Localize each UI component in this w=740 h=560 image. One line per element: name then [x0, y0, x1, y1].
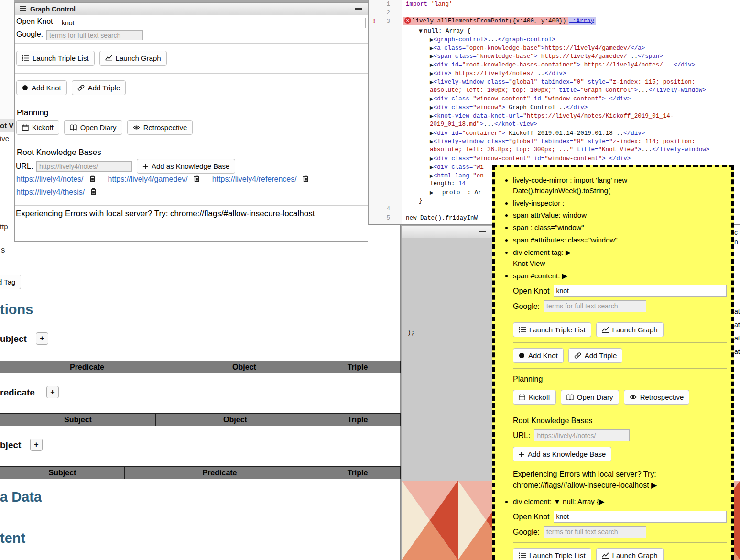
inspector-node[interactable]: ▶<graph-control>...</graph-control> — [406, 35, 709, 44]
knowledge-base-link[interactable]: https://lively4/references/ — [212, 175, 297, 184]
line-number: 1 — [369, 1, 390, 8]
predicate-relations-table: Subject Object Triple — [0, 413, 401, 426]
inspector-node[interactable]: ▶<div id="root-knowledge-bases-container… — [406, 61, 709, 69]
minimize-icon[interactable] — [355, 8, 362, 10]
open-knot-input[interactable] — [554, 285, 727, 297]
inspector-node[interactable]: ▶<div id="container"> Kickoff 2019.01.14… — [406, 129, 709, 138]
line-number: 3 — [369, 18, 390, 25]
button-label: Kickoff — [32, 123, 54, 132]
trash-icon — [90, 188, 97, 197]
book-icon — [566, 394, 574, 400]
inspector-node[interactable]: absolute; left: 36.8px; top: 300px; ..."… — [406, 146, 709, 154]
add-knot-button[interactable]: Add Knot — [16, 80, 67, 95]
open-diary-button[interactable]: Open Diary — [561, 390, 619, 405]
inspector-node[interactable]: ▶<lively-window class="global" tabindex=… — [406, 78, 709, 87]
launch-triple-list-button[interactable]: Launch Triple List — [513, 322, 591, 337]
launch-graph-button[interactable]: Launch Graph — [596, 548, 664, 560]
inspector-node[interactable]: ▼ null: Array { — [406, 27, 709, 35]
minimize-icon[interactable] — [479, 231, 486, 232]
delete-knowledge-base-button[interactable] — [194, 175, 200, 184]
google-label: Google: — [513, 527, 540, 538]
google-search-input[interactable] — [544, 526, 646, 538]
add-knot-button[interactable]: Add Knot — [513, 348, 564, 363]
google-search-input[interactable] — [46, 30, 143, 40]
local-server-hint: Experiencing Errors with local server? T… — [513, 469, 727, 491]
knot-view-title-fragment: ot V — [0, 121, 13, 130]
eye-icon — [133, 125, 140, 130]
button-label: Add Knot — [32, 84, 61, 92]
delete-knowledge-base-button[interactable] — [303, 175, 309, 184]
eye-icon — [630, 395, 637, 400]
open-knot-input[interactable] — [59, 18, 366, 28]
add-knowledge-base-button[interactable]: Add as Knowledge Base — [137, 159, 235, 174]
launch-triple-list-button[interactable]: Launch Triple List — [513, 548, 591, 560]
object-relations-table: Subject Predicate Triple — [0, 466, 401, 479]
open-knot-label: Open Knot — [513, 511, 550, 522]
add-triple-button[interactable]: Add Triple — [72, 80, 126, 95]
add-object-button[interactable]: + — [30, 439, 43, 451]
background-window-left — [0, 0, 14, 119]
list-icon — [519, 552, 526, 559]
launch-triple-list-button[interactable]: Launch Triple List — [16, 51, 95, 66]
embedded-graph-control-2: Open Knot Google: Launch Triple List — [513, 511, 727, 560]
inline-result-annotation[interactable]: :Array — [568, 17, 596, 25]
button-label: Add Knot — [528, 351, 558, 360]
overlay-item: span attrValue: window — [513, 210, 727, 220]
knot-view-reference: Knot View — [513, 258, 727, 269]
graph-control-titlebar[interactable]: Graph Control — [15, 3, 368, 15]
retrospective-button[interactable]: Retrospective — [127, 120, 193, 135]
inspector-node[interactable]: ▶<div class="window-content" id="window-… — [406, 95, 709, 103]
trash-icon — [194, 175, 200, 184]
open-knot-input[interactable] — [554, 511, 727, 523]
knot-view-titlebar[interactable]: ot V — [0, 119, 14, 132]
launch-graph-button[interactable]: Launch Graph — [99, 51, 167, 66]
code-line-1[interactable]: import 'lang' — [406, 1, 453, 8]
overlay-item: span #content: ▶ Open Knot Google: — [513, 271, 727, 491]
button-label: Launch Triple List — [529, 551, 586, 560]
delete-knowledge-base-button[interactable] — [90, 188, 97, 197]
inspector-node[interactable]: ▶<span class="knowledge-base"> https://l… — [406, 52, 709, 61]
column-header: Object — [156, 414, 315, 426]
code-line-3[interactable]: ×lively.allElementsFromPoint({x:400, y:4… — [403, 17, 596, 24]
knowledge-base-link[interactable]: https://lively4/notes/ — [16, 175, 84, 184]
knowledge-base-url-input[interactable] — [36, 161, 132, 172]
retrospective-button[interactable]: Retrospective — [624, 390, 690, 405]
expand-arrow-icon[interactable]: ▶ — [651, 481, 657, 489]
chart-icon — [602, 327, 609, 333]
inspector-node[interactable]: ▶<div> https://lively4/notes/ ..</div> — [406, 69, 709, 78]
open-diary-button[interactable]: Open Diary — [64, 120, 122, 135]
code-line-5[interactable]: new Date().fridayInW — [406, 215, 478, 221]
kickoff-button[interactable]: Kickoff — [513, 390, 556, 405]
book-icon — [70, 124, 77, 131]
add-subject-button[interactable]: + — [36, 332, 48, 345]
inspector-node[interactable]: ▶<div class="window"> Graph Control ..</… — [406, 103, 709, 112]
inspector-node[interactable]: ▶<knot-view data-knot-url="https://livel… — [406, 112, 709, 121]
add-knowledge-base-button[interactable]: Add as Knowledge Base — [513, 447, 611, 461]
button-label: Launch Graph — [116, 54, 161, 62]
kickoff-button[interactable]: Kickoff — [16, 120, 59, 135]
launch-graph-button[interactable]: Launch Graph — [596, 322, 664, 337]
trash-icon — [89, 175, 96, 184]
button-label: Add as Knowledge Base — [528, 450, 606, 458]
knowledge-base-link[interactable]: https://lively4/gamedev/ — [108, 175, 188, 184]
inspector-node[interactable]: 2019_01_18.md">...</knot-view> — [406, 121, 709, 129]
knowledge-base-item: https://lively4/gamedev/ — [108, 175, 200, 184]
add-predicate-button[interactable]: + — [46, 386, 59, 398]
divider — [15, 143, 368, 143]
list-icon — [519, 327, 526, 333]
add-triple-button[interactable]: Add Triple — [568, 348, 623, 363]
inspector-node[interactable]: ▶<lively-window class="global" tabindex=… — [406, 137, 709, 146]
inspector-node[interactable]: absolute; left: 100px; top: 100px;" titl… — [406, 87, 709, 95]
overlay-item: div element tag: ▶ Knot View — [513, 247, 727, 269]
knowledge-base-url-input[interactable] — [534, 429, 630, 441]
inspector-node[interactable]: ▶<div class="window-content" id="window-… — [406, 154, 709, 163]
add-tag-button[interactable]: d Tag — [0, 275, 21, 289]
menu-icon[interactable] — [20, 6, 26, 12]
inspector-node[interactable]: ▶<a class="open-knowledge-base">https://… — [406, 44, 709, 53]
delete-knowledge-base-button[interactable] — [89, 175, 96, 184]
error-badge-icon: × — [404, 17, 411, 24]
knowledge-base-link[interactable]: https://lively4/thesis/ — [16, 188, 85, 197]
chart-icon — [602, 552, 609, 559]
text-fragment: at — [734, 321, 740, 329]
google-search-input[interactable] — [544, 300, 646, 312]
